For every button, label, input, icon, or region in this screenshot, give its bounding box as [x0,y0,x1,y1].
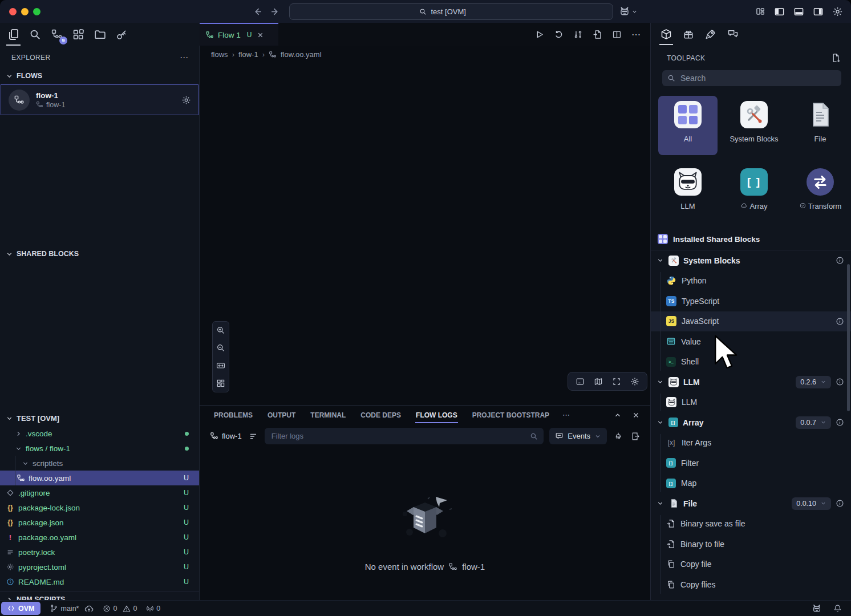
tree-item-flow-oo-yaml[interactable]: flow.oo.yaml U [0,471,199,485]
tree-item-flows-flow-1[interactable]: flows / flow-1 [0,441,199,456]
toolpack-search-field[interactable] [662,70,841,86]
assistant-status-button[interactable] [812,603,822,614]
block-iter-args[interactable]: [x] Iter Args [651,433,851,453]
rerun-flow-button[interactable] [554,30,564,39]
maximize-window-button[interactable] [33,8,40,15]
info-icon[interactable] [836,418,844,427]
block-llm[interactable]: LLM [651,392,851,413]
block-binary-save-as-file[interactable]: Binary save as file [651,514,851,534]
block-copy-file[interactable]: Copy file [651,554,851,575]
group-system-blocks[interactable]: System Blocks [651,250,851,271]
export-logs-button[interactable] [630,432,641,441]
block-value[interactable]: Value [651,331,851,352]
info-icon[interactable] [836,499,844,508]
tile-array[interactable]: [ ] Array [724,163,784,222]
block-javascript[interactable]: JS JavaScript [651,311,851,332]
tab-problems[interactable]: PROBLEMS [206,406,260,424]
info-icon[interactable] [836,378,844,386]
toggle-left-sidebar-button[interactable] [774,6,785,17]
discussions-tab-button[interactable] [726,27,740,42]
flows-section-header[interactable]: FLOWS [0,68,199,83]
secrets-activity-button[interactable] [114,27,129,42]
tab-code-deps[interactable]: CODE DEPS [353,406,408,424]
explorer-activity-button[interactable] [6,27,21,42]
block-filter[interactable]: [] Filter [651,453,851,473]
split-editor-button[interactable] [612,30,622,39]
group-array[interactable]: [] Array 0.0.7 [651,412,851,433]
git-branch-indicator[interactable]: main* [50,604,94,613]
fit-view-button[interactable] [214,359,227,372]
tab-project-bootstrap[interactable]: PROJECT BOOTSTRAP [465,406,557,424]
log-view-mode-button[interactable] [249,432,258,441]
toolpack-search-input[interactable] [679,73,836,83]
tree-item-scriptlets[interactable]: scriptlets [0,456,199,471]
toggle-panel-button[interactable] [576,377,585,386]
tree-item-package-oo-yaml[interactable]: ! package.oo.yaml U [0,530,199,545]
tile-llm[interactable]: LLM [658,163,718,222]
info-icon[interactable] [836,317,844,326]
deploy-tab-button[interactable] [703,27,718,42]
run-flow-button[interactable] [534,30,544,39]
toggle-bottom-panel-button[interactable] [793,6,804,17]
customize-layout-button[interactable] [755,6,765,17]
tile-system-blocks[interactable]: System Blocks [724,96,784,155]
tree-item-readme-md[interactable]: README.md U [0,574,199,589]
search-activity-button[interactable] [27,27,43,42]
toggle-right-sidebar-button[interactable] [813,6,824,17]
tab-terminal[interactable]: TERMINAL [303,406,353,424]
minimize-window-button[interactable] [21,8,29,15]
tab-output[interactable]: OUTPUT [260,406,303,424]
folder-activity-button[interactable] [92,27,108,42]
assistant-menu-button[interactable] [619,6,638,17]
auto-layout-button[interactable] [214,377,227,390]
minimap-button[interactable] [594,377,603,386]
close-panel-button[interactable] [632,411,640,419]
history-forward-button[interactable] [269,6,281,18]
array-version-select[interactable]: 0.0.7 [796,416,831,429]
toolpack-tab-button[interactable] [659,27,674,42]
canvas-settings-button[interactable] [630,377,639,386]
flows-activity-button[interactable]: 9 [49,27,64,42]
git-sync-button[interactable] [573,30,583,39]
zoom-out-button[interactable] [214,342,227,354]
new-block-button[interactable] [831,53,841,63]
group-file[interactable]: File 0.0.10 [651,493,851,514]
group-llm[interactable]: LLM 0.2.6 [651,372,851,392]
tree-item-gitignore[interactable]: .gitignore U [0,485,199,500]
tree-item-pyproject-toml[interactable]: pyproject.toml U [0,560,199,574]
command-center-search[interactable] [289,3,613,20]
block-python[interactable]: Python [651,271,851,291]
close-window-button[interactable] [9,8,17,15]
filter-logs-field[interactable] [265,428,544,444]
filter-logs-input[interactable] [270,431,530,441]
info-icon[interactable] [836,256,844,265]
panel-tabs-overflow-button[interactable]: ⋯ [557,411,576,419]
clear-logs-button[interactable] [613,432,624,441]
tree-item-package-lock-json[interactable]: {} package-lock.json U [0,500,199,515]
file-version-select[interactable]: 0.0.10 [792,497,831,510]
shared-blocks-section-header[interactable]: SHARED BLOCKS [0,246,199,261]
breadcrumb-flow-1[interactable]: flow-1 [238,50,258,59]
remote-indicator[interactable]: OVM [1,602,40,615]
ports-indicator[interactable]: 0 [146,605,160,613]
tile-file[interactable]: File [791,96,850,155]
breadcrumb-flows[interactable]: flows [211,50,228,59]
extensions-activity-button[interactable] [71,27,86,42]
toolpack-scrollbar[interactable] [847,264,850,411]
tree-item-package-json[interactable]: {} package.json U [0,515,199,530]
tree-item-poetry-lock[interactable]: poetry.lock U [0,545,199,560]
block-binary-to-file[interactable]: Binary to file [651,534,851,554]
project-section-header[interactable]: TEST [OVM] [0,411,199,426]
tile-all[interactable]: All [658,96,718,155]
tab-flow-logs[interactable]: FLOW LOGS [408,406,465,424]
block-typescript[interactable]: TS TypeScript [651,291,851,311]
history-back-button[interactable] [252,6,264,18]
open-changes-button[interactable] [593,30,602,39]
tile-transform[interactable]: Transform [791,163,850,222]
events-filter-dropdown[interactable]: Events [549,428,607,444]
flow-card-flow-1[interactable]: flow-1 flow-1 [1,84,198,115]
tree-item-vscode[interactable]: .vscode [0,426,199,441]
breadcrumb-file[interactable]: flow.oo.yaml [281,50,322,59]
block-map[interactable]: [] Map [651,473,851,494]
flow-canvas[interactable]: flows › flow-1 › flow.oo.yaml [200,46,650,405]
